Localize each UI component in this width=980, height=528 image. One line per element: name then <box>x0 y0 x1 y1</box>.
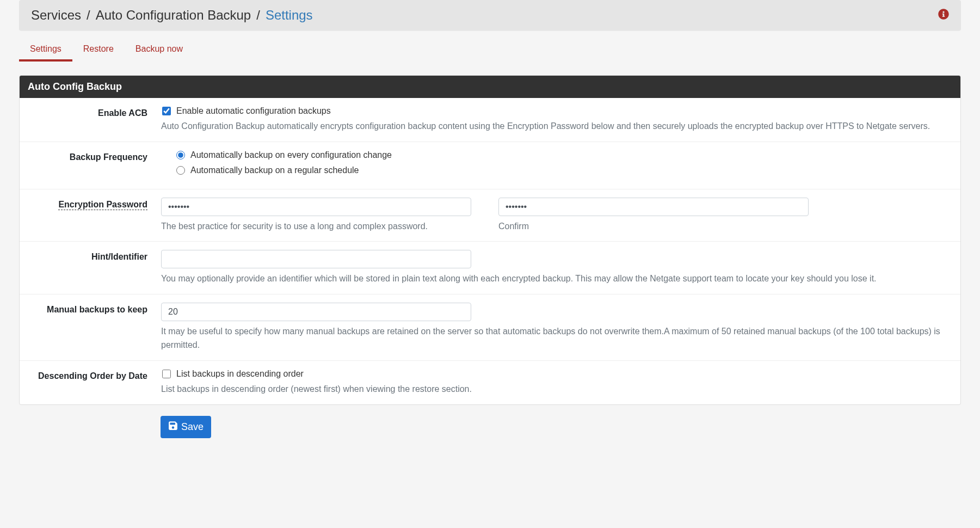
tab-restore[interactable]: Restore <box>72 39 125 62</box>
breadcrumb-current: Settings <box>266 8 313 23</box>
breadcrumb-panel: Services / Auto Configuration Backup / S… <box>19 0 961 30</box>
row-enable-acb: Enable ACB Enable automatic configuratio… <box>20 98 960 142</box>
row-manual-backups: Manual backups to keep It may be useful … <box>20 294 960 361</box>
help-icon[interactable] <box>938 9 949 22</box>
freq-schedule-radio[interactable] <box>176 166 185 175</box>
encryption-password-input[interactable] <box>161 198 471 216</box>
tabs: Settings Restore Backup now <box>19 39 961 62</box>
form-actions: Save <box>19 416 961 438</box>
freq-every-option[interactable]: Automatically backup on every configurat… <box>161 150 947 160</box>
panel-title: Auto Config Backup <box>20 76 960 98</box>
label-hint: Hint/Identifier <box>25 250 161 286</box>
freq-every-radio[interactable] <box>176 151 185 159</box>
label-backup-frequency: Backup Frequency <box>25 150 161 181</box>
breadcrumb-services[interactable]: Services <box>31 8 81 23</box>
save-button[interactable]: Save <box>161 416 211 438</box>
hint-help: You may optionally provide an identifier… <box>161 272 947 286</box>
row-backup-frequency: Backup Frequency Automatically backup on… <box>20 142 960 189</box>
tab-backup-now[interactable]: Backup now <box>125 39 194 62</box>
freq-every-label: Automatically backup on every configurat… <box>190 150 392 160</box>
label-descending: Descending Order by Date <box>25 369 161 396</box>
row-encryption-password: Encryption Password The best practice fo… <box>20 189 960 242</box>
encryption-password-confirm-input[interactable] <box>498 198 809 216</box>
label-encryption-password: Encryption Password <box>25 198 161 234</box>
encryption-password-help: The best practice for security is to use… <box>161 219 471 234</box>
descending-checkbox-label: List backups in descending order <box>176 369 304 379</box>
manual-backups-input[interactable] <box>161 303 471 321</box>
row-hint: Hint/Identifier You may optionally provi… <box>20 242 960 294</box>
enable-acb-help: Auto Configuration Backup automatically … <box>161 119 947 133</box>
save-icon <box>168 421 178 433</box>
label-enable-acb: Enable ACB <box>25 106 161 133</box>
label-manual-backups: Manual backups to keep <box>25 303 161 352</box>
enable-acb-checkbox-label: Enable automatic configuration backups <box>176 106 331 116</box>
row-descending: Descending Order by Date List backups in… <box>20 361 960 404</box>
enable-acb-checkbox[interactable] <box>162 107 171 115</box>
breadcrumb-acb[interactable]: Auto Configuration Backup <box>96 8 251 23</box>
manual-backups-help: It may be useful to specify how many man… <box>161 324 947 352</box>
settings-panel: Auto Config Backup Enable ACB Enable aut… <box>19 75 961 405</box>
freq-schedule-option[interactable]: Automatically backup on a regular schedu… <box>161 165 947 175</box>
tab-settings[interactable]: Settings <box>19 39 72 62</box>
descending-checkbox-line[interactable]: List backups in descending order <box>161 369 947 379</box>
breadcrumb: Services / Auto Configuration Backup / S… <box>31 8 313 23</box>
save-button-label: Save <box>181 421 204 433</box>
freq-schedule-label: Automatically backup on a regular schedu… <box>190 165 359 175</box>
hint-input[interactable] <box>161 250 471 268</box>
encryption-password-confirm-help: Confirm <box>498 219 809 234</box>
descending-checkbox[interactable] <box>162 370 171 378</box>
enable-acb-checkbox-line[interactable]: Enable automatic configuration backups <box>161 106 947 116</box>
descending-help: List backups in descending order (newest… <box>161 382 947 396</box>
